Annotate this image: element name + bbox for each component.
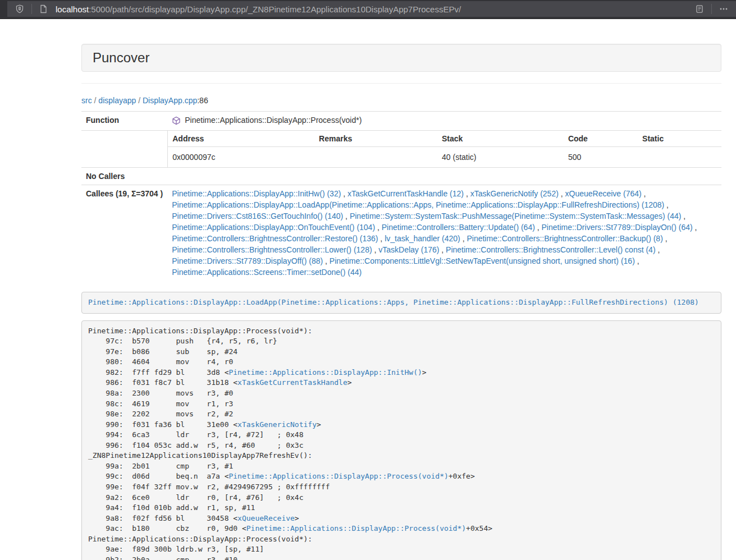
callee-link[interactable]: Pinetime::Drivers::St7789::DisplayOn() (… [542,223,693,232]
metrics-value-row: 0x0000097c 40 (static) 500 [168,147,721,168]
highlighted-symbol-block: Pinetime::Applications::DisplayApp::Load… [81,292,721,314]
callee-link[interactable]: Pinetime::Applications::DisplayApp::Load… [172,200,664,209]
callee-separator: , [635,256,639,265]
disassembly-symbol-link[interactable]: Pinetime::Applications::DisplayApp::Proc… [246,524,466,533]
callee-separator: , [656,245,660,254]
url-text[interactable]: localhost:5000/path/src/displayapp/Displ… [56,4,692,14]
callee-link[interactable]: Pinetime::Applications::DisplayApp::Init… [172,189,341,198]
function-row: Function Pinetime::Applications::Display… [81,112,721,131]
shield-icon[interactable] [12,4,28,13]
metrics-table: Address Remarks Stack Code Static 0x0000… [167,131,721,167]
callee-link[interactable]: Pinetime::System::SystemTask::PushMessag… [350,212,682,221]
urlbar-divider-right [711,4,712,14]
function-symbol-icon [172,116,181,125]
no-callers-label: No Callers [81,168,167,185]
callee-separator: , [323,256,330,265]
function-info-table: Function Pinetime::Applications::Display… [81,111,721,281]
disassembly: Pinetime::Applications::DisplayApp::Proc… [81,320,721,560]
col-header-remarks: Remarks [314,131,437,147]
callee-separator: , [535,223,542,232]
callee-separator: , [693,223,697,232]
highlighted-symbol-link[interactable]: Pinetime::Applications::DisplayApp::Load… [88,298,699,306]
callee-separator: , [439,245,446,254]
remarks-value [314,147,437,168]
callee-separator: , [642,189,646,198]
url-path: :5000/path/src/displayapp/DisplayApp.cpp… [89,4,461,14]
browser-toolbar: localhost:5000/path/src/displayapp/Displ… [0,0,736,19]
function-name: Pinetime::Applications::DisplayApp::Proc… [185,114,362,126]
url-bar[interactable]: localhost:5000/path/src/displayapp/Displ… [7,1,736,17]
breadcrumb-link[interactable]: displayapp [98,96,136,105]
metrics-row: Address Remarks Stack Code Static 0x0000… [81,131,721,168]
callee-separator: , [378,234,385,243]
breadcrumb-separator: / [136,96,143,105]
col-header-code: Code [564,131,638,147]
callee-separator: , [681,212,685,221]
callee-separator: , [663,234,668,243]
col-header-static: Static [638,131,721,147]
page-icon[interactable] [36,4,51,13]
callee-separator: , [664,200,669,209]
header-divider [81,83,721,84]
callee-link[interactable]: lv_task_handler (420) [385,234,460,243]
breadcrumb-link[interactable]: src [81,96,92,105]
col-header-address: Address [168,131,314,147]
callee-separator: , [375,223,382,232]
callee-link[interactable]: xQueueReceive (764) [565,189,642,198]
callee-separator: , [460,234,467,243]
callee-link[interactable]: Pinetime::Applications::DisplayApp::OnTo… [172,223,375,232]
callee-link[interactable]: Pinetime::Controllers::BrightnessControl… [172,234,378,243]
callee-link[interactable]: Pinetime::Controllers::BrightnessControl… [467,234,662,243]
url-host: localhost [56,4,89,14]
no-callers-row: No Callers [81,168,721,185]
callee-link[interactable]: Pinetime::Components::LittleVgl::SetNewT… [330,256,635,265]
callee-link[interactable]: Pinetime::Controllers::BrightnessControl… [446,245,655,254]
callees-row: Callees (19, Σ=3704 ) Pinetime::Applicat… [81,185,721,281]
breadcrumb-link[interactable]: DisplayApp.cpp [143,96,197,105]
metrics-header-row: Address Remarks Stack Code Static [168,131,721,147]
callee-link[interactable]: xTaskGetCurrentTaskHandle (12) [348,189,464,198]
disassembly-symbol-link[interactable]: Pinetime::Applications::DisplayApp::Init… [228,368,422,377]
page-title: Puncover [93,51,710,65]
disassembly-symbol-link[interactable]: xQueueReceive [237,514,295,522]
address-value: 0x0000097c [168,147,314,168]
code-value: 500 [564,147,638,168]
app-header: Puncover [81,44,721,72]
callee-link[interactable]: xTaskGenericNotify (252) [470,189,559,198]
reader-mode-icon[interactable] [692,4,707,13]
col-header-stack: Stack [437,131,564,147]
breadcrumb-line-number: :86 [197,96,208,105]
callee-separator: , [464,189,470,198]
callee-link[interactable]: Pinetime::Drivers::Cst816S::GetTouchInfo… [172,212,343,221]
callees-label: Callees (19, Σ=3704 ) [81,185,167,281]
callee-link[interactable]: Pinetime::Drivers::St7789::DisplayOff() … [172,256,323,265]
page-container: Puncover src / displayapp / DisplayApp.c… [73,19,730,560]
urlbar-divider [31,4,32,14]
breadcrumb: src / displayapp / DisplayApp.cpp:86 [81,95,721,106]
callee-link[interactable]: Pinetime::Controllers::BrightnessControl… [172,245,372,254]
callee-link[interactable]: Pinetime::Controllers::Battery::Update()… [382,223,535,232]
callee-link[interactable]: Pinetime::Applications::Screens::Timer::… [172,268,362,277]
callee-separator: , [559,189,565,198]
callees-list: Pinetime::Applications::DisplayApp::Init… [172,188,717,278]
callee-separator: , [372,245,379,254]
stack-value: 40 (static) [437,147,564,168]
function-label: Function [81,112,167,131]
callee-separator: , [341,189,348,198]
callee-separator: , [343,212,350,221]
disassembly-symbol-link[interactable]: Pinetime::Applications::DisplayApp::Proc… [228,472,448,480]
disassembly-symbol-link[interactable]: xTaskGetCurrentTaskHandle [237,378,348,387]
static-value [638,147,721,168]
disassembly-symbol-link[interactable]: xTaskGenericNotify [237,420,317,429]
breadcrumb-separator: / [92,96,99,105]
menu-icon[interactable] [716,4,732,13]
callee-link[interactable]: vTaskDelay (176) [378,245,439,254]
